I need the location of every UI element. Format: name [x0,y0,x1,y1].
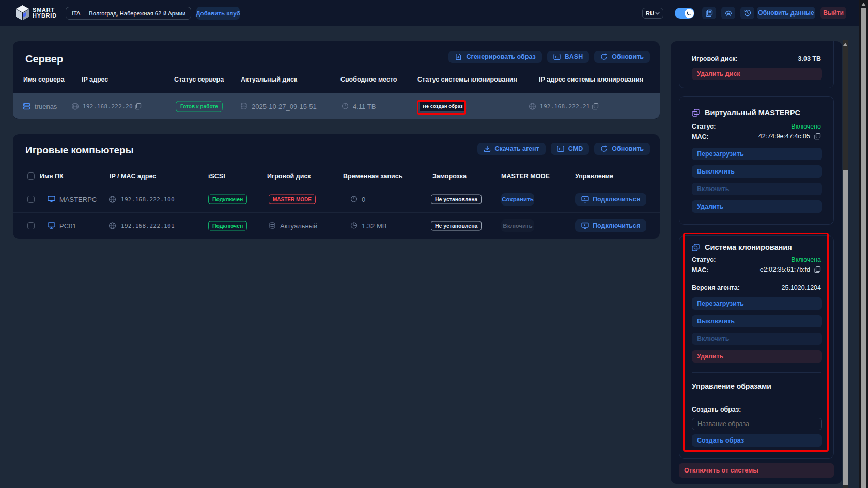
disconnect-button[interactable]: Отключить от системы [679,463,834,478]
pc-ip: 192.168.222.100 [121,196,175,202]
create-image-button[interactable]: Создать образ [692,434,822,447]
download-agent-button[interactable]: Скачать агент [477,143,546,155]
sidebar: Игровой диск: 3.03 TB Удалить диск Вирту… [671,41,842,484]
cmd-label: CMD [568,145,583,152]
iscsi-badge: Подключен [208,194,247,204]
add-club-button[interactable]: Добавить клуб [196,7,240,20]
monitor-icon [48,196,55,203]
clone-delete-button[interactable]: Удалить [692,350,822,363]
refresh-data-label: Обновить данные [758,9,814,17]
globe-icon [109,195,116,203]
cmd-button[interactable]: CMD [551,143,589,155]
content-scrollbar[interactable] [843,40,848,488]
pc-table-row-masterpc[interactable]: MASTERPC 192.168.222.100 Подключен MASTE… [13,186,660,212]
pc-panel-title: Игровые компьютеры [25,145,134,156]
server-clone-ip: 192.168.222.21 [540,103,590,109]
pc-refresh-button[interactable]: Обновить [594,143,650,155]
vm-reboot-button[interactable]: Перезагрузить [692,148,822,160]
generate-image-label: Сгенерировать образ [466,53,535,60]
server-icon [23,102,30,110]
delete-disk-label: Удалить диск [697,70,740,77]
vm-delete-button[interactable]: Удалить [692,200,822,213]
globe-icon [71,102,79,110]
copy-icon [592,103,599,110]
vm-poweron-button[interactable]: Включить [692,183,822,195]
divider [692,372,821,373]
pc-temp-size: 1.32 MB [362,222,386,229]
vm-reboot-label: Перезагрузить [697,150,744,158]
enable-master-label: Включить [503,223,532,229]
copy-icon[interactable] [814,266,821,273]
connect-label: Подключиться [593,196,640,203]
copy-ip-button[interactable] [134,103,142,110]
enable-master-button[interactable]: Включить [501,219,534,232]
save-master-button[interactable]: Сохранить [501,193,534,206]
delete-disk-button[interactable]: Удалить диск [692,68,822,80]
pc-temp-size: 0 [362,195,365,203]
row-checkbox[interactable] [27,196,35,203]
clone-section: Система клонирования Статус: Включена MA… [679,235,834,459]
scroll-up-arrow-icon[interactable] [861,2,866,7]
support-button[interactable] [721,7,735,19]
window-scrollbar-thumb[interactable] [861,8,866,488]
vm-section-title: Виртуальный MASTERPC [705,108,800,117]
create-image-button-label: Создать образ [697,437,744,444]
freeze-badge: Не установлена [431,221,482,230]
clone-section-title: Система клонирования [705,243,792,251]
content-scrollbar-thumb[interactable] [843,170,848,485]
pc-table-row-pc01[interactable]: PC01 192.168.222.101 Подключен Актуальны… [13,212,660,239]
clone-poweron-label: Включить [697,335,729,342]
history-button[interactable] [740,7,754,19]
clone-icon [692,244,700,251]
server-free-space: 4.11 TB [353,102,376,110]
select-all-checkbox[interactable] [27,172,35,180]
connect-button[interactable]: Подключиться [575,193,646,206]
refresh-icon [600,53,608,60]
window-scrollbar[interactable] [859,0,868,488]
bash-button[interactable]: BASH [547,51,589,63]
clone-reboot-button[interactable]: Перезагрузить [692,297,822,310]
connect-button[interactable]: Подключиться [575,219,646,232]
vm-shutdown-button[interactable]: Выключить [692,165,822,178]
images-heading: Управление образами [692,382,771,390]
pc-ip: 192.168.222.101 [121,222,175,229]
vm-poweron-label: Включить [697,185,729,193]
club-select[interactable]: ITA — Волгоград, Набережная 62-й Армии [66,7,191,20]
server-refresh-button[interactable]: Обновить [594,51,650,63]
logout-button[interactable]: Выйти [820,7,846,19]
clone-status-label: Статус: [692,256,716,263]
copy-clone-ip-button[interactable] [592,103,599,110]
pc-table-header: Имя ПК IP / MAC адрес iSCSI Игровой диск… [13,170,660,182]
copy-icon [134,103,142,110]
server-ip: 192.168.222.20 [83,103,133,109]
row-checkbox[interactable] [27,222,35,229]
refresh-data-button[interactable]: Обновить данные [757,7,815,19]
brand-line2: HYBRID [33,13,57,19]
clone-shutdown-button[interactable]: Выключить [692,315,822,327]
server-col-free: Свободное место [340,76,397,83]
pc-refresh-label: Обновить [612,145,644,152]
disk-section: Игровой диск: 3.03 TB Удалить диск [679,41,834,88]
vm-mac-label: MAC: [692,133,709,140]
club-select-value: ITA — Волгоград, Набережная 62-й Армии [72,10,185,17]
pc-col-master: MASTER MODE [501,172,550,180]
scroll-up-arrow-icon[interactable] [843,42,848,46]
docs-button[interactable] [702,7,716,19]
docs-icon [705,9,713,17]
add-club-label: Добавить клуб [196,10,240,17]
header-bar: SMART HYBRID ITA — Волгоград, Набережная… [0,0,868,26]
vm-status-label: Статус: [692,123,716,130]
server-table-row[interactable]: truenas 192.168.222.20 Готов к работе 20 [13,93,660,119]
vm-shutdown-label: Выключить [697,168,735,175]
server-name: truenas [35,102,57,110]
image-name-input[interactable] [692,418,822,430]
generate-image-button[interactable]: Сгенерировать образ [448,51,541,63]
lang-select[interactable]: RU [642,8,663,19]
vm-delete-label: Удалить [697,203,723,210]
clone-poweron-button[interactable]: Включить [692,333,822,345]
copy-icon[interactable] [814,133,821,140]
pc-col-freeze: Заморозка [432,172,467,180]
usage-icon [350,196,358,203]
theme-toggle[interactable] [675,8,694,19]
clone-mac-label: MAC: [692,266,709,274]
